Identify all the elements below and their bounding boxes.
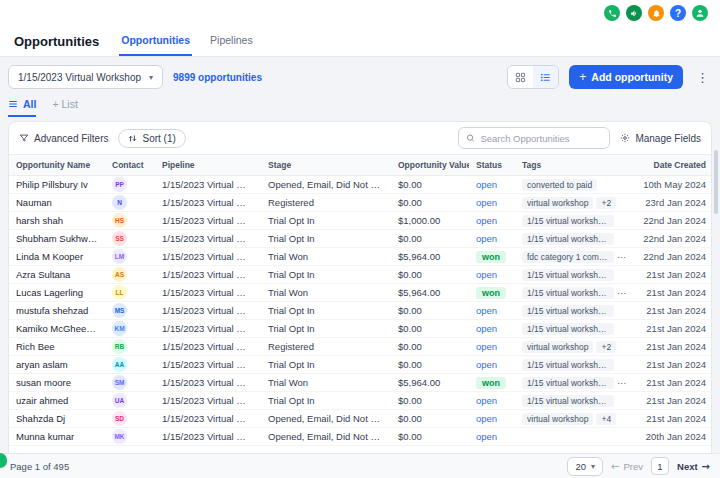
stage-cell: Trial Opt In xyxy=(261,320,391,338)
advanced-filters-button[interactable]: Advanced Filters xyxy=(19,133,108,144)
pipeline-select[interactable]: 1/15/2023 Virtual Workshop ▾ xyxy=(8,65,163,89)
opportunity-name[interactable]: aryan aslam xyxy=(9,356,105,374)
value-cell: $0.00 xyxy=(391,230,469,248)
date-cell: 20th Jan 2024 xyxy=(633,428,712,446)
status-cell: open xyxy=(469,266,515,284)
table-row[interactable]: mustufa shehzad MS 1/15/2023 Virtual Wor… xyxy=(9,302,712,320)
current-page-button[interactable]: 1 xyxy=(651,457,669,475)
table-row[interactable]: Shubham Sukhwani SS 1/15/2023 Virtual Wo… xyxy=(9,230,712,248)
bell-icon[interactable] xyxy=(648,5,664,21)
opportunity-name[interactable]: Lucas Lagerling xyxy=(9,284,105,302)
contact-avatar[interactable]: UA xyxy=(112,393,127,408)
contact-avatar[interactable]: RB xyxy=(112,339,127,354)
col-header-pipeline[interactable]: Pipeline xyxy=(155,155,261,176)
contact-avatar[interactable]: LM xyxy=(112,249,127,264)
megaphone-icon[interactable] xyxy=(626,5,642,21)
manage-fields-button[interactable]: Manage Fields xyxy=(620,133,701,144)
contact-avatar[interactable]: N xyxy=(112,195,127,210)
opportunity-name[interactable]: Kamiko McGhee Thacker xyxy=(9,320,105,338)
tab-add-list[interactable]: + List xyxy=(52,93,77,117)
table-row[interactable]: harsh shah HS 1/15/2023 Virtual Workshop… xyxy=(9,212,712,230)
pipeline-cell: 1/15/2023 Virtual Workshop xyxy=(155,212,261,230)
next-page-button[interactable]: Next → xyxy=(677,461,710,472)
status-badge: open xyxy=(476,359,497,370)
table-row[interactable]: Nauman N 1/15/2023 Virtual Workshop Regi… xyxy=(9,194,712,212)
page-size-select[interactable]: 20 ▾ xyxy=(567,457,603,476)
table-row[interactable]: susan moore SM 1/15/2023 Virtual Worksho… xyxy=(9,374,712,392)
opportunity-name[interactable]: Nauman xyxy=(9,194,105,212)
col-header-contact[interactable]: Contact xyxy=(105,155,155,176)
tab-all[interactable]: All xyxy=(8,93,36,117)
contact-avatar[interactable]: MS xyxy=(112,303,127,318)
table-row[interactable]: Kamiko McGhee Thacker KM 1/15/2023 Virtu… xyxy=(9,320,712,338)
tab-pipelines[interactable]: Pipelines xyxy=(208,26,255,56)
tag-more-count[interactable]: +2 xyxy=(596,197,616,209)
grid-view-button[interactable] xyxy=(508,66,533,88)
tab-all-label: All xyxy=(23,98,36,110)
opportunity-name[interactable]: Linda M Kooper xyxy=(9,248,105,266)
col-header-tags[interactable]: Tags xyxy=(515,155,633,176)
contact-avatar[interactable]: KM xyxy=(112,321,127,336)
contact-avatar[interactable]: SS xyxy=(112,231,127,246)
sort-button[interactable]: Sort (1) xyxy=(118,129,185,148)
table-row[interactable]: Philip Pillsbury Iv PP 1/15/2023 Virtual… xyxy=(9,176,712,194)
contact-cell: MS xyxy=(105,302,155,320)
col-header-status[interactable]: Status xyxy=(469,155,515,176)
contact-avatar[interactable]: SM xyxy=(112,375,127,390)
tag-more-count[interactable]: +2 xyxy=(596,341,616,353)
table-row[interactable]: Linda M Kooper LM 1/15/2023 Virtual Work… xyxy=(9,248,712,266)
tags-cell: 1/15 virtual workshop trial opt in xyxy=(515,302,633,320)
col-header-stage[interactable]: Stage xyxy=(261,155,391,176)
opportunity-name[interactable]: Munna kumar xyxy=(9,428,105,446)
tab-opportunities[interactable]: Opportunities xyxy=(119,26,192,56)
kebab-menu-icon[interactable]: ⋮ xyxy=(693,70,712,85)
opportunity-name[interactable]: harsh shah xyxy=(9,212,105,230)
opportunity-name[interactable]: uzair ahmed xyxy=(9,392,105,410)
vertical-scrollbar[interactable] xyxy=(714,150,718,214)
contact-avatar[interactable]: AA xyxy=(112,357,127,372)
prev-page-button[interactable]: ← Prev xyxy=(611,461,643,472)
opportunity-name[interactable]: Azra Sultana xyxy=(9,266,105,284)
contact-avatar[interactable]: SD xyxy=(112,411,127,426)
phone-icon[interactable] xyxy=(604,5,620,21)
search-input[interactable] xyxy=(480,133,602,144)
table-row[interactable]: Azra Sultana AS 1/15/2023 Virtual Worksh… xyxy=(9,266,712,284)
table-row[interactable]: Munna kumar MK 1/15/2023 Virtual Worksho… xyxy=(9,428,712,446)
opportunity-name[interactable]: Shubham Sukhwani xyxy=(9,230,105,248)
plus-icon: + xyxy=(579,71,586,83)
stage-cell: Opened, Email, Did Not Register xyxy=(261,410,391,428)
table-row[interactable]: Rich Bee RB 1/15/2023 Virtual Workshop R… xyxy=(9,338,712,356)
contact-avatar[interactable]: MK xyxy=(112,429,127,444)
contact-cell: LL xyxy=(105,284,155,302)
user-avatar[interactable] xyxy=(692,5,708,21)
table-row[interactable]: aryan aslam AA 1/15/2023 Virtual Worksho… xyxy=(9,356,712,374)
contact-cell: MK xyxy=(105,428,155,446)
tag-pill: 1/15 virtual workshop trial opt in xyxy=(522,395,614,407)
col-header-opportunity-name[interactable]: Opportunity Name xyxy=(9,155,105,176)
opportunity-name[interactable]: Philip Pillsbury Iv xyxy=(9,176,105,194)
opportunity-name[interactable]: Rich Bee xyxy=(9,338,105,356)
value-cell: $0.00 xyxy=(391,356,469,374)
status-cell: open xyxy=(469,194,515,212)
contact-avatar[interactable]: HS xyxy=(112,213,127,228)
search-box xyxy=(458,127,610,149)
table-row[interactable]: uzair ahmed UA 1/15/2023 Virtual Worksho… xyxy=(9,392,712,410)
tag-more-count[interactable]: +4 xyxy=(596,413,616,425)
table-row[interactable]: Shahzda Dj SD 1/15/2023 Virtual Workshop… xyxy=(9,410,712,428)
contact-avatar[interactable]: AS xyxy=(112,267,127,282)
opportunity-name[interactable]: mustufa shehzad xyxy=(9,302,105,320)
tag-pill: 1/15 virtual workshop trial opt in xyxy=(522,323,614,335)
contact-avatar[interactable]: LL xyxy=(112,285,127,300)
contact-avatar[interactable]: PP xyxy=(112,177,127,192)
status-badge: open xyxy=(476,431,497,442)
pipeline-cell: 1/15/2023 Virtual Workshop xyxy=(155,428,261,446)
col-header-date-created[interactable]: Date Created xyxy=(633,155,712,176)
pipeline-cell: 1/15/2023 Virtual Workshop xyxy=(155,374,261,392)
help-icon[interactable]: ? xyxy=(670,5,686,21)
table-row[interactable]: Lucas Lagerling LL 1/15/2023 Virtual Wor… xyxy=(9,284,712,302)
list-view-button[interactable] xyxy=(533,66,558,88)
opportunity-name[interactable]: susan moore xyxy=(9,374,105,392)
opportunity-name[interactable]: Shahzda Dj xyxy=(9,410,105,428)
add-opportunity-button[interactable]: + Add opportunity xyxy=(569,65,683,89)
col-header-opportunity-value[interactable]: Opportunity Value ▾ xyxy=(391,155,469,176)
